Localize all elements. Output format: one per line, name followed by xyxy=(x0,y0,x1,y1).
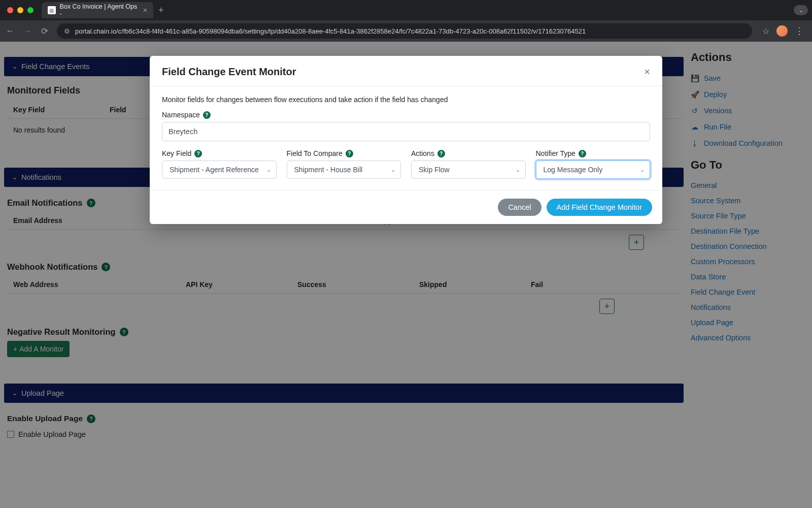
browser-window: ▦ Box Co Invoice | Agent Ops - × + ⌄ ← →… xyxy=(0,0,812,508)
tab-close-icon[interactable]: × xyxy=(143,6,147,14)
modal-title: Field Change Event Monitor xyxy=(162,66,296,78)
window-controls xyxy=(4,7,42,13)
field-change-monitor-modal: Field Change Event Monitor × Monitor fie… xyxy=(150,56,662,224)
close-window-icon[interactable] xyxy=(7,7,13,13)
notifier-value: Log Message Only xyxy=(544,166,603,174)
key-field-label: Key Field xyxy=(162,149,191,157)
cancel-button[interactable]: Cancel xyxy=(498,199,541,216)
actions-value: Skip Flow xyxy=(419,166,450,174)
help-icon[interactable]: ? xyxy=(194,150,202,157)
browser-tab[interactable]: ▦ Box Co Invoice | Agent Ops - × xyxy=(42,2,153,18)
back-button[interactable]: ← xyxy=(5,26,15,36)
actions-label: Actions xyxy=(411,149,434,157)
maximize-window-icon[interactable] xyxy=(27,7,33,13)
profile-avatar[interactable] xyxy=(776,25,788,37)
tab-favicon-icon: ▦ xyxy=(48,6,56,14)
page: ⌄ Field Change Events Monitored Fields K… xyxy=(0,42,812,508)
browser-toolbar: ← → ⟳ ⚙ portal.chain.io/c/fb6c34c8-f4fd-… xyxy=(0,20,812,42)
browser-tab-strip: ▦ Box Co Invoice | Agent Ops - × + ⌄ xyxy=(0,0,812,20)
compare-label: Field To Compare xyxy=(287,149,343,157)
tab-overflow-button[interactable]: ⌄ xyxy=(794,5,808,15)
namespace-input[interactable] xyxy=(162,122,650,141)
namespace-label: Namespace xyxy=(162,111,200,119)
tab-title: Box Co Invoice | Agent Ops - xyxy=(60,3,139,17)
new-tab-button[interactable]: + xyxy=(153,5,169,16)
forward-button[interactable]: → xyxy=(22,26,32,36)
reload-button[interactable]: ⟳ xyxy=(40,26,50,37)
help-icon[interactable]: ? xyxy=(437,150,445,157)
chevron-down-icon: ⌄ xyxy=(266,167,271,173)
add-field-change-monitor-button[interactable]: Add Field Change Monitor xyxy=(547,199,652,216)
modal-description: Monitor fields for changes between flow … xyxy=(162,96,650,104)
help-icon[interactable]: ? xyxy=(346,150,353,157)
help-icon[interactable]: ? xyxy=(579,150,586,157)
browser-menu-icon[interactable]: ⋮ xyxy=(795,25,804,37)
modal-close-icon[interactable]: × xyxy=(644,66,650,78)
modal-overlay: Field Change Event Monitor × Monitor fie… xyxy=(0,42,812,508)
key-field-value: Shipment - Agent Reference xyxy=(170,166,259,174)
url-text: portal.chain.io/c/fb6c34c8-f4fd-461c-a85… xyxy=(75,27,586,35)
notifier-label: Notifier Type xyxy=(536,149,576,157)
notifier-type-select[interactable]: Log Message Only ⌄ xyxy=(536,161,651,179)
compare-value: Shipment - House Bill xyxy=(294,166,363,174)
minimize-window-icon[interactable] xyxy=(17,7,23,13)
chevron-down-icon: ⌄ xyxy=(516,167,520,173)
address-bar[interactable]: ⚙ portal.chain.io/c/fb6c34c8-f4fd-461c-a… xyxy=(57,23,752,39)
key-field-select[interactable]: Shipment - Agent Reference ⌄ xyxy=(162,161,277,179)
chevron-down-icon: ⌄ xyxy=(391,167,395,173)
help-icon[interactable]: ? xyxy=(203,111,211,119)
site-settings-icon[interactable]: ⚙ xyxy=(64,27,70,35)
actions-select[interactable]: Skip Flow ⌄ xyxy=(411,161,526,179)
chevron-down-icon: ⌄ xyxy=(640,167,645,173)
bookmark-icon[interactable]: ☆ xyxy=(762,26,769,36)
field-to-compare-select[interactable]: Shipment - House Bill ⌄ xyxy=(287,161,401,179)
